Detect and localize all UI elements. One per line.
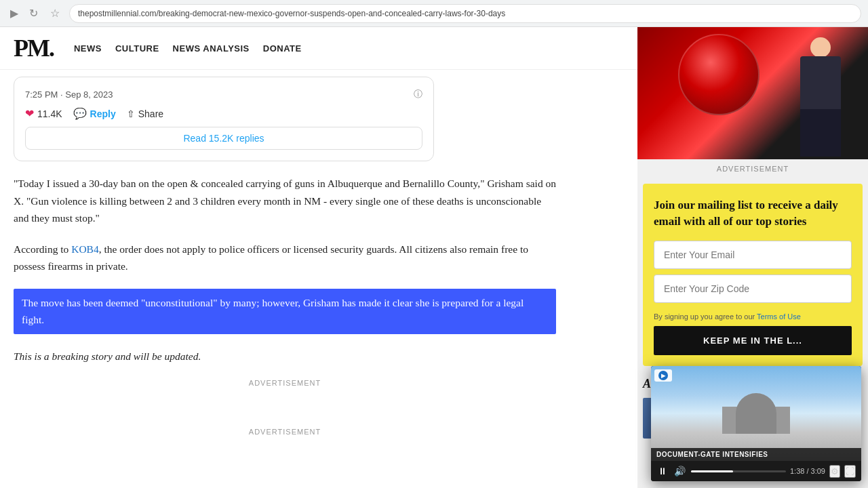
capitol-visual (651, 366, 861, 461)
reply-action[interactable]: 💬 Reply (73, 107, 116, 120)
reply-icon: 💬 (73, 107, 87, 120)
play-pause-button[interactable]: ⏸ (656, 464, 669, 478)
video-background (637, 27, 868, 159)
heart-icon: ❤ (25, 107, 34, 120)
address-bar[interactable]: thepostmillennial.com/breaking-democrat-… (69, 4, 861, 23)
subscribe-button[interactable]: KEEP ME IN THE L... (654, 326, 852, 355)
person-body (800, 56, 841, 110)
article-paragraph-4: This is a breaking story and will be upd… (14, 348, 556, 365)
tweet-timestamp: 7:25 PM · Sep 8, 2023 (25, 89, 113, 100)
back-button[interactable]: ▶ (7, 6, 22, 21)
email-input[interactable] (654, 241, 852, 269)
bookmark-button[interactable]: ☆ (47, 6, 62, 21)
tweet-info-icon[interactable]: ⓘ (414, 88, 422, 100)
kob4-link[interactable]: KOB4 (71, 243, 98, 255)
person-silhouette (787, 37, 854, 159)
nav-culture[interactable]: CULTURE (115, 43, 159, 54)
nav-donate[interactable]: DONATE (263, 43, 302, 54)
like-action[interactable]: ❤ 11.4K (25, 107, 62, 120)
share-icon: ⇧ (127, 108, 135, 119)
progress-bar-fill (691, 470, 733, 472)
person-head (810, 37, 831, 58)
ad-label-2: ADVERTISEMENT (14, 428, 556, 436)
browser-nav-buttons: ▶ ↻ (7, 6, 41, 21)
content-area: PM. NEWS CULTURE NEWS ANALYSIS DONATE 7:… (0, 27, 637, 488)
zip-input[interactable] (654, 274, 852, 303)
current-time: 1:38 (790, 467, 804, 475)
share-label: Share (138, 108, 163, 119)
paragraph2-prefix: According to (14, 243, 71, 255)
tweet-actions: ❤ 11.4K 💬 Reply ⇧ Share (25, 107, 422, 120)
article-paragraph-3-highlighted: The move has been deemed "unconstitution… (14, 289, 556, 334)
progress-bar[interactable] (691, 470, 786, 472)
tweet-meta: 7:25 PM · Sep 8, 2023 ⓘ (25, 88, 422, 100)
time-display: 1:38 / 3:09 (790, 467, 825, 475)
site-nav: NEWS CULTURE NEWS ANALYSIS DONATE (74, 43, 302, 54)
globe-lines (678, 34, 760, 115)
settings-button[interactable]: ⚙ (829, 465, 840, 478)
forward-button[interactable]: ↻ (26, 6, 41, 21)
video-logo-circle: ▶ (658, 371, 668, 380)
like-count: 11.4K (37, 108, 62, 119)
tweet-embed: 7:25 PM · Sep 8, 2023 ⓘ ❤ 11.4K 💬 Reply … (14, 77, 434, 161)
terms-link[interactable]: Terms of Use (757, 312, 801, 321)
article-paragraph-2: According to KOB4, the order does not ap… (14, 241, 556, 275)
mute-button[interactable]: 🔊 (673, 464, 687, 478)
url-text: thepostmillennial.com/breaking-democrat-… (78, 9, 505, 18)
reply-label: Reply (90, 108, 116, 119)
mailing-list-title: Join our mailing list to receive a daily… (654, 197, 852, 230)
ad-label-1: ADVERTISEMENT (14, 379, 556, 387)
total-time: 3:09 (811, 467, 825, 475)
top-video-thumbnail[interactable] (637, 27, 868, 159)
person-legs (800, 109, 841, 157)
terms-prefix: By signing up you agree to our (654, 312, 757, 321)
expand-button[interactable]: ⛶ (844, 465, 856, 478)
nav-news[interactable]: NEWS (74, 43, 102, 54)
floating-video-thumbnail: ▶ DOCUMENT-GATE INTENSIFIES (651, 366, 861, 461)
read-replies-button[interactable]: Read 15.2K replies (25, 127, 422, 150)
share-action[interactable]: ⇧ Share (127, 108, 163, 119)
capitol-dome (736, 393, 776, 434)
article-paragraph-1: "Today I issued a 30-day ban on the open… (14, 175, 556, 227)
site-logo: PM. (14, 34, 54, 62)
browser-chrome: ▶ ↻ ☆ thepostmillennial.com/breaking-dem… (0, 0, 868, 27)
breaking-banner: DOCUMENT-GATE INTENSIFIES (651, 448, 861, 461)
mailing-terms: By signing up you agree to our Terms of … (654, 312, 852, 321)
nav-news-analysis[interactable]: NEWS ANALYSIS (173, 43, 250, 54)
article-body: "Today I issued a 30-day ban on the open… (0, 168, 570, 449)
mailing-list-box: Join our mailing list to receive a daily… (643, 184, 863, 366)
sidebar-ad-label: ADVERTISEMENT (637, 159, 868, 178)
video-controls: ⏸ 🔊 1:38 / 3:09 ⚙ ⛶ (651, 461, 861, 481)
video-logo-overlay: ▶ (654, 369, 672, 382)
floating-video-player: ▶ DOCUMENT-GATE INTENSIFIES ⏸ 🔊 1:38 / 3… (651, 366, 861, 481)
site-header: PM. NEWS CULTURE NEWS ANALYSIS DONATE (0, 27, 637, 70)
